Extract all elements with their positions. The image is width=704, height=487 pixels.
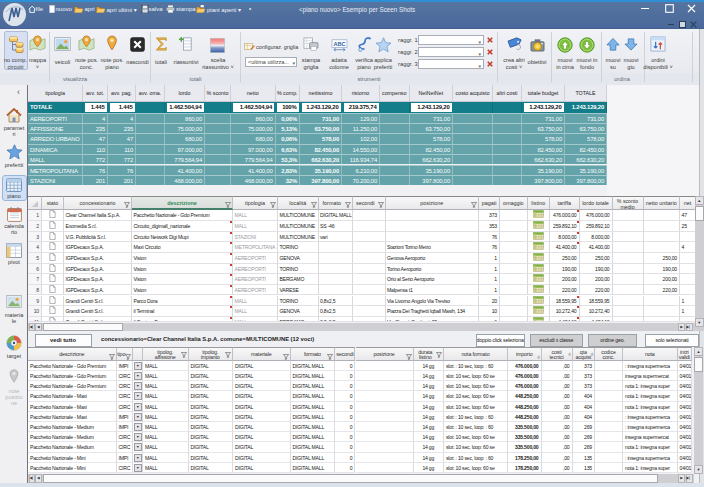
svg-text:ABC: ABC bbox=[333, 41, 345, 47]
